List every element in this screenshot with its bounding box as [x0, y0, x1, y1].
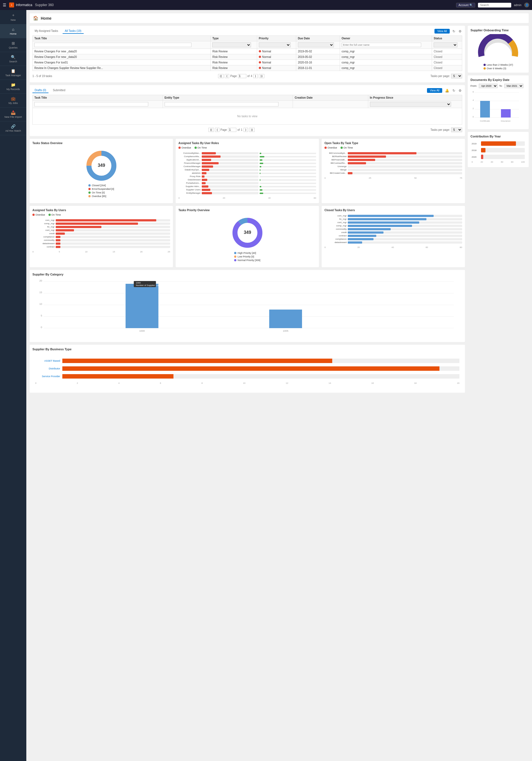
from-date-select[interactable]: Apr-2020: [479, 84, 498, 88]
global-search-input[interactable]: [478, 3, 511, 8]
legend-ontime-label: On Time [0]: [92, 191, 105, 194]
next-page-btn[interactable]: ⟩: [253, 74, 258, 78]
draft-filter-title-input[interactable]: [34, 102, 148, 106]
drafts-page-input[interactable]: [228, 128, 236, 132]
year-2018: 2018: [472, 149, 480, 151]
closed-bar-track: [348, 231, 462, 234]
per-page-select[interactable]: 51025: [451, 74, 462, 79]
task-title-cell: Review In Changes Supplier Review New Su…: [33, 65, 210, 71]
to-date-select[interactable]: Mar-2021: [504, 84, 523, 88]
drafts-tab[interactable]: Drafts (0): [32, 88, 48, 93]
right-column: Supplier Onboarding Time Less than 2 Wee…: [468, 26, 529, 395]
roles-x-axis: 0204060: [178, 197, 316, 199]
sidebar-item-my-records[interactable]: 📁 My Records: [0, 80, 26, 94]
onboarding-title: Supplier Onboarding Time: [470, 29, 526, 32]
submitted-tab[interactable]: Submitted: [51, 88, 68, 93]
filter-date-select[interactable]: [298, 42, 334, 47]
brand-logo-area: i Informatica Supplier 360: [9, 3, 54, 8]
page-input[interactable]: [238, 74, 246, 78]
sidebar-item-my-jobs[interactable]: 💼 My Jobs: [0, 94, 26, 107]
user-overdue-bar: [56, 246, 60, 248]
user-avatar[interactable]: 👤: [524, 3, 529, 8]
task-priority-cell: Normal: [257, 49, 296, 54]
last-page-btn[interactable]: ⟩⟩: [259, 74, 264, 78]
closed-bar-fill: [348, 228, 391, 230]
tasks-header: My Assigned Tasks All Tasks (19) View Al…: [32, 29, 462, 34]
no-tasks-message: No tasks to view: [34, 109, 460, 123]
distributor-label: Distributor: [35, 367, 60, 370]
type-label: Unmerge: [325, 165, 347, 168]
drafts-per-page-select[interactable]: 510: [451, 128, 462, 132]
sidebar-item-search[interactable]: 🔍 Search: [0, 52, 26, 66]
user-overdue-bar: [56, 226, 101, 228]
first-page-btn[interactable]: ⟨⟨: [218, 74, 224, 78]
drafts-next-btn[interactable]: ⟩: [244, 128, 248, 132]
sidebar-label-queries: Queries: [9, 46, 18, 49]
closed-bar-track: [348, 241, 462, 244]
role-ontime-bar: [260, 163, 264, 164]
sidebar-item-ad-hoc[interactable]: 🔗 Ad Hoc Match: [0, 121, 26, 135]
role-ontime-bar: [260, 166, 262, 167]
settings-drafts-icon[interactable]: ⚙: [458, 88, 462, 93]
view-all-drafts-button[interactable]: View All: [427, 88, 442, 93]
draft-filter-inprogress-select[interactable]: [370, 102, 451, 107]
filter-status-select[interactable]: [434, 42, 457, 47]
role-bar-track: [202, 169, 259, 171]
user-label: com_mgr: [32, 219, 55, 221]
refresh-tasks-icon[interactable]: ↻: [452, 29, 456, 34]
user-bar-row: contract: [32, 246, 170, 248]
refresh-drafts-icon[interactable]: ↻: [452, 88, 456, 93]
filter-type-select[interactable]: [212, 42, 251, 47]
legend-overdue-label: Overdue [85]: [92, 195, 106, 198]
prev-page-btn[interactable]: ⟨: [225, 74, 229, 78]
user-label: fin_mgr: [32, 226, 55, 228]
role-ontime-track: [260, 153, 317, 154]
onboarding-donut-svg: [476, 34, 520, 62]
sidebar-item-task-manager[interactable]: 📋 Task Manager: [0, 66, 26, 80]
type-label: BECommodityA...: [325, 152, 347, 154]
sidebar-item-home[interactable]: ⌂ Home: [0, 25, 26, 38]
svg-text:Certificate: Certificate: [480, 120, 490, 122]
task-type-cell: Risk Review: [210, 49, 257, 54]
drafts-first-btn[interactable]: ⟨⟨: [208, 128, 214, 132]
closed-tasks-chart: com_mgr fin_mgr cont_mgr comp_mgr commod…: [325, 213, 462, 246]
sidebar-item-new[interactable]: ＋ New: [0, 10, 26, 25]
svg-text:6: 6: [473, 90, 474, 93]
drafts-prev-btn[interactable]: ⟨: [215, 128, 219, 132]
user-bar-row: com_mgr: [32, 219, 170, 221]
filter-owner: [340, 41, 432, 49]
task-priority-cell: Normal: [257, 60, 296, 65]
role-label: FinanceManager: [178, 162, 201, 164]
sidebar-item-file-import[interactable]: 📥 New File Import: [0, 107, 26, 121]
settings-tasks-icon[interactable]: ⚙: [458, 29, 462, 34]
role-bar-row: ContractManager: [178, 165, 316, 168]
open-overdue-dot: [325, 146, 327, 149]
draft-filter-entity: [163, 101, 293, 108]
role-overdue-bar: [202, 189, 210, 191]
sidebar-label-home: Home: [10, 32, 16, 35]
filter-owner-input[interactable]: [342, 43, 421, 47]
role-bar-track: [202, 162, 259, 164]
sidebar-item-queries[interactable]: ⊞ Queries: [0, 38, 26, 52]
view-all-tasks-button[interactable]: View All: [435, 29, 450, 33]
role-label: abAdmin: [178, 172, 201, 174]
open-tasks-legend: Overdue On Time: [325, 146, 462, 149]
draft-filter-entity-input[interactable]: [165, 102, 278, 106]
filter-priority-select[interactable]: [259, 42, 291, 47]
drafts-alert-icon[interactable]: 🔔: [444, 88, 450, 93]
hamburger-icon[interactable]: ☰: [3, 3, 6, 7]
role-bar-track: [202, 185, 259, 188]
closed-user-label: datasteward: [325, 241, 347, 244]
drafts-per-page-label: Tasks per page:: [430, 128, 450, 131]
table-row: Review Changes For new _data20 Risk Revi…: [33, 49, 462, 54]
my-assigned-tasks-tab[interactable]: My Assigned Tasks: [32, 29, 60, 34]
closed-bar-track: [348, 228, 462, 230]
closed-bar-track: [348, 235, 462, 237]
filter-title-input[interactable]: [34, 43, 192, 47]
all-tasks-tab[interactable]: All Tasks (19): [63, 29, 84, 34]
all-tasks-card: My Assigned Tasks All Tasks (19) View Al…: [30, 26, 465, 82]
role-ontime-bar: [260, 173, 261, 174]
account-search-button[interactable]: Account 🔍: [456, 3, 475, 8]
drafts-last-btn[interactable]: ⟩⟩: [249, 128, 255, 132]
documents-expiry-title: Documents By Expiry Date: [470, 78, 526, 82]
